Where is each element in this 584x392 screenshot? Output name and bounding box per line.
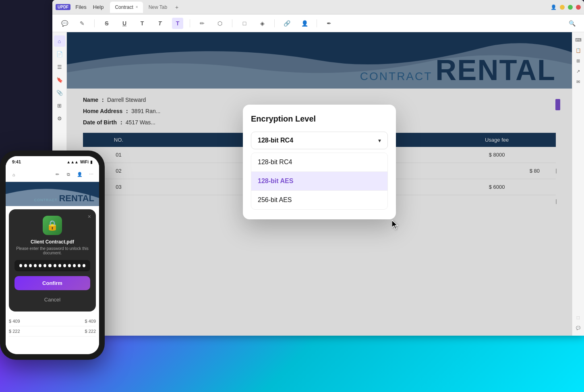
password-dot — [43, 264, 46, 267]
phone-row2-col2: $ 222 — [85, 329, 96, 334]
phone-dialog-subtitle: Please enter the password to unlock this… — [14, 246, 90, 255]
link-toolbar-icon[interactable]: 🔗 — [281, 18, 292, 29]
wifi-icon: WiFi — [80, 160, 89, 164]
encryption-option-rc4[interactable]: 128-bit RC4 — [251, 153, 387, 171]
toolbar-divider-4 — [274, 19, 275, 27]
phone-dialog-close-button[interactable]: × — [88, 213, 91, 220]
crop-toolbar-icon[interactable]: ◈ — [257, 18, 268, 29]
right-icon-bottom-1[interactable]: ⬚ — [574, 313, 583, 322]
phone-status-icons: ▲▲▲ WiFi ▮ — [66, 160, 93, 164]
annotation-toolbar-icon[interactable]: ✏ — [197, 18, 208, 29]
search-toolbar-icon[interactable]: 🔍 — [566, 18, 578, 29]
encryption-selected-value: 128-bit RC4 — [258, 137, 293, 144]
phone-edit-icon[interactable]: ✏ — [53, 171, 61, 179]
phone-app-bar: ⌂ ✏ ⧉ 👤 ⋯ — [6, 167, 99, 182]
stamp2-toolbar-icon[interactable]: ⬡ — [214, 18, 226, 29]
phone-data-rows: $ 409 $ 409 $ 222 $ 222 — [6, 315, 99, 338]
right-icon-bottom-2[interactable]: 💬 — [574, 324, 583, 332]
toolbar-divider-5 — [317, 19, 317, 27]
tab-new[interactable]: New Tab — [144, 2, 172, 13]
main-toolbar: 💬 ✎ S U T T T ✏ ⬡ □ ◈ 🔗 👤 ✒ 🔍 — [52, 14, 584, 32]
phone-more-icon[interactable]: ⋯ — [87, 171, 95, 179]
window-controls: 👤 — [551, 4, 581, 10]
highlight-toolbar-icon[interactable]: T — [172, 18, 183, 29]
encryption-select-trigger[interactable]: 128-bit RC4 ▾ — [251, 132, 388, 149]
close-button[interactable] — [576, 5, 581, 10]
right-icon-5[interactable]: ✉ — [574, 77, 583, 86]
new-tab-button[interactable]: + — [173, 3, 181, 11]
phone-pages-icon[interactable]: ⧉ — [64, 171, 72, 179]
underline-toolbar-icon[interactable]: U — [119, 18, 130, 29]
menu-files[interactable]: Files — [75, 4, 86, 10]
maximize-button[interactable] — [568, 5, 573, 10]
menu-help[interactable]: Help — [93, 4, 104, 10]
password-dot — [48, 264, 51, 267]
password-dot — [73, 264, 76, 267]
phone-share-icon[interactable]: 👤 — [76, 171, 84, 179]
password-dot — [83, 264, 85, 267]
sidebar-icon-list[interactable]: ☰ — [54, 61, 65, 72]
sidebar-icon-bookmark[interactable]: 🔖 — [54, 74, 65, 85]
stamp-toolbar-icon[interactable]: ✎ — [77, 18, 88, 29]
phone-row1-col1: $ 409 — [9, 319, 20, 324]
phone-pdf-header: CONTRACT RENTAL — [6, 182, 99, 206]
italic-text-toolbar-icon[interactable]: T — [154, 18, 166, 29]
phone-home-icon[interactable]: ⌂ — [10, 171, 18, 179]
encryption-options-list: 128-bit RC4 128-bit AES 256-bit AES — [251, 153, 388, 210]
mouse-cursor — [392, 220, 400, 231]
phone-confirm-button[interactable]: Confirm — [14, 276, 90, 290]
phone-device: 9:41 ▲▲▲ WiFi ▮ ⌂ ✏ ⧉ 👤 ⋯ — [0, 151, 111, 360]
main-content: ⌂ 📄 ☰ 🔖 📎 ⊞ ⚙ — [52, 32, 584, 336]
title-bar-left: UPDF Files Help — [56, 4, 104, 10]
toolbar-divider-3 — [232, 19, 232, 27]
phone-dialog-filename: Client Contract.pdf — [14, 239, 90, 245]
password-dot — [58, 264, 61, 267]
user-icon: 👤 — [551, 4, 557, 10]
phone-contract-label: CONTRACT — [34, 198, 57, 202]
phone-password-field[interactable] — [14, 260, 90, 271]
encryption-dialog[interactable]: Encryption Level 128-bit RC4 ▾ 128-bit R… — [243, 105, 396, 219]
password-dot — [54, 264, 56, 267]
sidebar-icon-layers[interactable]: ⊞ — [54, 100, 65, 111]
sidebar-icon-home[interactable]: ⌂ — [54, 35, 65, 47]
sidebar-icon-page[interactable]: 📄 — [54, 48, 65, 60]
tab-close-icon[interactable]: × — [136, 5, 138, 9]
signature-toolbar-icon[interactable]: ✒ — [323, 18, 335, 29]
right-icon-4[interactable]: ↗ — [574, 67, 583, 76]
encryption-overlay: Encryption Level 128-bit RC4 ▾ 128-bit R… — [67, 32, 572, 336]
encryption-option-aes128[interactable]: 128-bit AES — [251, 171, 387, 190]
phone-row1-col2: $ 409 — [85, 319, 96, 324]
encryption-option-aes256[interactable]: 256-bit AES — [251, 190, 387, 209]
password-dot — [39, 264, 41, 267]
browser-window: UPDF Files Help Contract × New Tab + 👤 — [52, 0, 584, 336]
menu-items: Files Help — [75, 4, 104, 10]
svg-marker-1 — [392, 220, 398, 229]
dropdown-arrow-icon: ▾ — [378, 137, 381, 144]
strikethrough-toolbar-icon[interactable]: S — [101, 18, 112, 29]
phone-pdf-title: CONTRACT RENTAL — [34, 193, 94, 204]
toolbar-divider-1 — [94, 19, 95, 27]
phone-lock-icon: 🔒 — [43, 216, 62, 235]
signal-icon: ▲▲▲ — [66, 160, 79, 164]
comment-toolbar-icon[interactable]: 💬 — [59, 18, 70, 29]
password-dot — [34, 264, 37, 267]
person-toolbar-icon[interactable]: 👤 — [299, 18, 310, 29]
sidebar-icon-settings[interactable]: ⚙ — [54, 113, 65, 124]
right-icon-3[interactable]: ⊞ — [574, 56, 583, 65]
tabs-area: Contract × New Tab + — [110, 2, 551, 13]
password-dot — [63, 264, 66, 267]
password-dot — [68, 264, 71, 267]
text-toolbar-icon[interactable]: T — [137, 18, 148, 29]
phone-password-dialog: × 🔒 Client Contract.pdf Please enter the… — [9, 209, 96, 312]
right-icon-2[interactable]: 📋 — [574, 46, 583, 55]
phone-data-row-1: $ 409 $ 409 — [9, 316, 96, 326]
phone-cancel-button[interactable]: Cancel — [14, 293, 90, 306]
phone-time: 9:41 — [12, 159, 21, 164]
shape-toolbar-icon[interactable]: □ — [239, 18, 250, 29]
toolbar-divider-2 — [190, 19, 190, 27]
minimize-button[interactable] — [560, 5, 565, 10]
encryption-dialog-title: Encryption Level — [251, 114, 388, 124]
sidebar-icon-attachment[interactable]: 📎 — [54, 87, 65, 98]
right-icon-1[interactable]: ⌨ — [574, 35, 583, 44]
tab-contract[interactable]: Contract × — [110, 2, 143, 13]
